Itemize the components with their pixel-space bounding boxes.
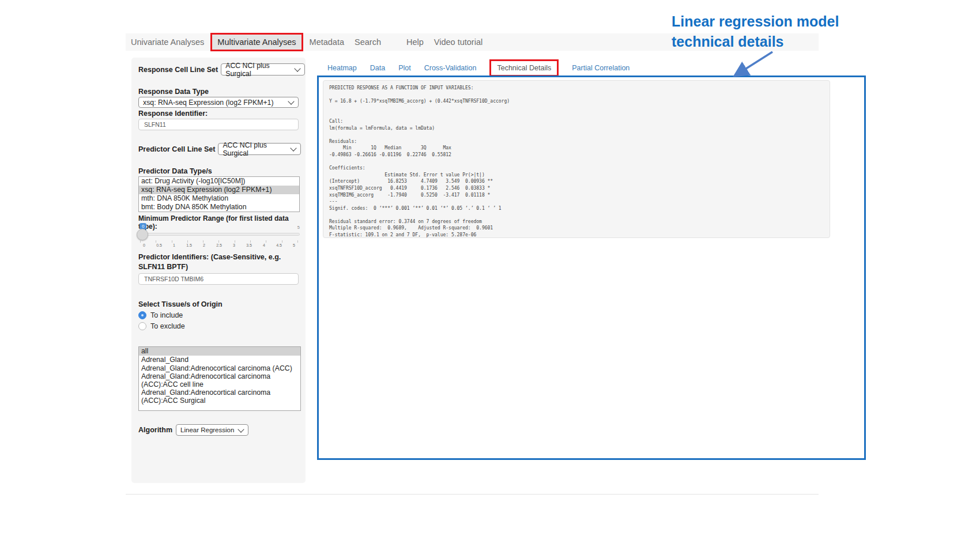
predictor-cell-line-set-select[interactable]: ACC NCI plus Surgical: [218, 143, 301, 155]
chevron-down-icon: [288, 98, 294, 104]
predictor-data-types-label: Predictor Data Type/s: [138, 167, 212, 175]
model-summary-output: PREDICTED RESPONSE AS A FUNCTION OF INPU…: [329, 85, 824, 239]
predictor-data-types-listbox: act: Drug Activity (-log10[IC50M]) xsq: …: [138, 176, 300, 212]
tab-technical-details[interactable]: Technical Details: [489, 59, 559, 77]
slider-handle[interactable]: [137, 229, 148, 240]
response-data-type-label: Response Data Type: [138, 88, 209, 96]
select-tissue-label: Select Tissue/s of Origin: [138, 300, 223, 308]
response-identifier-label: Response Identifier:: [138, 110, 208, 118]
radio-button-include[interactable]: [138, 311, 146, 319]
annotation-line-2: technical details: [672, 32, 839, 52]
controls-panel: Response Cell Line Set ACC NCI plus Surg…: [131, 58, 306, 483]
slider-ticks: [140, 240, 298, 243]
list-option[interactable]: act: Drug Activity (-log10[IC50M]): [139, 177, 299, 186]
list-option[interactable]: Adrenal_Gland: [139, 356, 300, 364]
radio-button-exclude[interactable]: [138, 322, 146, 330]
model-summary-box: PREDICTED RESPONSE AS A FUNCTION OF INPU…: [323, 80, 830, 238]
results-tabs: Heatmap Data Plot Cross-Validation Techn…: [327, 59, 630, 77]
nav-metadata[interactable]: Metadata: [304, 37, 349, 47]
algorithm-label: Algorithm: [138, 426, 172, 434]
algorithm-row: Algorithm Linear Regression: [138, 424, 248, 436]
response-identifier-input[interactable]: [138, 119, 299, 130]
response-cell-line-set-label: Response Cell Line Set: [138, 66, 218, 74]
radio-exclude-label: To exclude: [150, 322, 185, 330]
chevron-down-icon: [295, 65, 301, 71]
nav-multivariate-analyses[interactable]: Multivariate Analyses: [210, 33, 303, 51]
list-option[interactable]: all: [139, 347, 300, 356]
list-option[interactable]: xsq: RNA-seq Expression (log2 FPKM+1): [139, 186, 299, 194]
predictor-identifiers-input[interactable]: [138, 273, 299, 285]
list-option[interactable]: Adrenal_Gland:Adrenocortical carcinoma (…: [139, 364, 300, 373]
slider-max-label: 5: [297, 225, 300, 230]
response-data-type-select[interactable]: xsq: RNA-seq Expression (log2 FPKM+1): [138, 97, 299, 108]
tab-heatmap[interactable]: Heatmap: [327, 64, 357, 72]
predictor-identifiers-label: Predictor Identifiers: (Case-Sensitive, …: [138, 252, 303, 272]
tab-data[interactable]: Data: [370, 64, 385, 72]
page: Univariate Analyses Multivariate Analyse…: [0, 0, 980, 551]
tab-cross-validation[interactable]: Cross-Validation: [424, 64, 477, 72]
slider-tick-labels: 0 0.5 1 1.5 2 2.5 3 3.5 4 4.5 5: [138, 243, 300, 247]
annotation-line-1: Linear regression model: [672, 12, 839, 32]
list-option[interactable]: bmt: Body DNA 850K Methylation: [139, 203, 299, 212]
slider-track[interactable]: [138, 233, 300, 236]
response-cell-line-set-select[interactable]: ACC NCI plus Surgical: [221, 63, 305, 76]
tissue-exclude-radio-row: To exclude: [138, 322, 185, 330]
algorithm-select[interactable]: Linear Regression: [176, 424, 248, 436]
tissue-include-radio-row: To include: [138, 311, 183, 319]
list-option[interactable]: mth: DNA 850K Methylation: [139, 194, 299, 203]
footer-divider: [126, 494, 819, 495]
nav-help[interactable]: Help: [401, 37, 429, 47]
radio-include-label: To include: [150, 311, 183, 319]
list-option[interactable]: Adrenal_Gland:Adrenocortical carcinoma (…: [139, 373, 300, 389]
predictor-cell-line-set-row: Predictor Cell Line Set ACC NCI plus Sur…: [138, 143, 301, 155]
list-option[interactable]: Adrenal_Gland:Adrenocortical carcinoma (…: [139, 389, 300, 405]
chevron-down-icon: [291, 145, 297, 151]
tab-plot[interactable]: Plot: [398, 64, 411, 72]
down-left-arrow-icon: [728, 50, 776, 78]
predictor-cell-line-set-label: Predictor Cell Line Set: [138, 145, 215, 153]
nav-video-tutorial[interactable]: Video tutorial: [429, 37, 488, 47]
nav-univariate-analyses[interactable]: Univariate Analyses: [126, 37, 209, 47]
tissue-listbox: all Adrenal_Gland Adrenal_Gland:Adrenoco…: [138, 346, 301, 411]
technical-details-panel: PREDICTED RESPONSE AS A FUNCTION OF INPU…: [317, 76, 866, 460]
tab-partial-correlation[interactable]: Partial Correlation: [572, 64, 630, 72]
annotation-callout: Linear regression model technical detail…: [672, 12, 839, 52]
response-cell-line-set-row: Response Cell Line Set ACC NCI plus Surg…: [138, 63, 305, 76]
chevron-down-icon: [238, 426, 244, 432]
nav-search[interactable]: Search: [349, 37, 386, 47]
min-predictor-range-slider: 0 5 0 0.5 1 1.5 2 2.5 3 3.5 4 4.5 5: [138, 223, 300, 250]
